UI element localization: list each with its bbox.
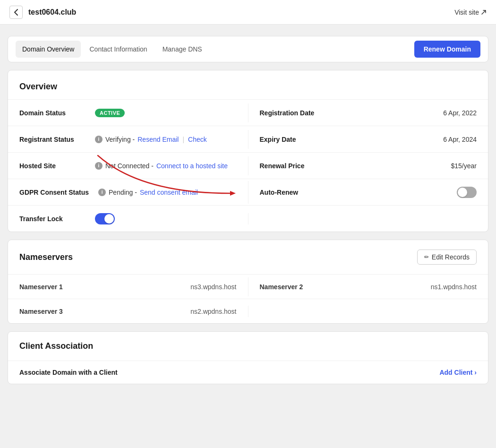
visit-site-link[interactable]: Visit site: [454, 9, 487, 16]
transfer-lock-toggle-knob: [104, 214, 114, 224]
overview-card: Overview Domain Status ACTIVE Registrati…: [8, 70, 488, 232]
col-registrant-status: Registrant Status i Verifying - Resend E…: [8, 130, 248, 149]
registrant-status-label: Registrant Status: [19, 136, 86, 143]
nameservers-header: Nameservers ✏ Edit Records: [8, 240, 488, 274]
edit-records-icon: ✏: [424, 254, 429, 260]
hosted-site-value: i Not Connected - Connect to a hosted si…: [95, 162, 237, 170]
registration-date-value: 6 Apr, 2022: [443, 109, 477, 117]
client-association-card: Client Association Associate Domain with…: [8, 331, 488, 384]
tab-manage-dns[interactable]: Manage DNS: [156, 41, 209, 58]
col-gdpr: GDPR Consent Status i Pending - Send con…: [8, 183, 248, 202]
add-client-link[interactable]: Add Client ›: [439, 369, 477, 376]
renewal-price-label: Renewal Price: [260, 162, 326, 170]
col-renewal-price: Renewal Price $15/year: [248, 156, 488, 175]
auto-renew-label: Auto-Renew: [260, 189, 326, 196]
hosted-site-label: Hosted Site: [19, 162, 86, 170]
row-domain-status: Domain Status ACTIVE Registration Date 6…: [8, 99, 488, 126]
edit-records-button[interactable]: ✏ Edit Records: [417, 250, 477, 265]
row-transfer-lock: Transfer Lock: [8, 205, 488, 232]
tabs-left: Domain Overview Contact Information Mana…: [16, 36, 209, 62]
visit-site-label: Visit site: [454, 9, 479, 16]
col-transfer-lock: Transfer Lock: [8, 207, 248, 230]
check-link[interactable]: Check: [188, 136, 207, 143]
client-association-title: Client Association: [19, 341, 93, 351]
associate-domain-label: Associate Domain with a Client: [19, 369, 118, 376]
domain-status-value: ACTIVE: [95, 109, 237, 117]
nameservers-title: Nameservers: [19, 252, 73, 262]
pipe-separator: |: [182, 136, 184, 143]
gdpr-status-text: Pending -: [109, 189, 137, 196]
tab-domain-overview[interactable]: Domain Overview: [16, 41, 81, 58]
gdpr-value: i Pending - Send consent email: [98, 189, 236, 196]
row-hosted-site: Hosted Site i Not Connected - Connect to…: [8, 152, 488, 179]
col-auto-renew: Auto-Renew: [248, 181, 488, 204]
gdpr-info-icon: i: [98, 189, 106, 196]
nameservers-card: Nameservers ✏ Edit Records Nameserver 1 …: [8, 240, 488, 324]
tabs-bar: Domain Overview Contact Information Mana…: [8, 36, 488, 62]
connect-hosted-site-link[interactable]: Connect to a hosted site: [156, 162, 228, 170]
external-link-icon: [481, 9, 487, 15]
transfer-lock-toggle[interactable]: [95, 213, 115, 224]
resend-email-link[interactable]: Resend Email: [137, 136, 179, 143]
client-association-header: Client Association: [8, 332, 488, 361]
top-bar: test0604.club Visit site: [0, 0, 496, 25]
ns-col-3: Nameserver 3 ns2.wpdns.host: [8, 302, 248, 321]
auto-renew-toggle[interactable]: [457, 187, 477, 198]
ns1-label: Nameserver 1: [19, 283, 63, 291]
col-hosted-site: Hosted Site i Not Connected - Connect to…: [8, 156, 248, 175]
site-title: test0604.club: [28, 8, 76, 17]
expiry-date-value: 6 Apr, 2024: [443, 136, 477, 143]
ns1-value: ns3.wpdns.host: [190, 283, 236, 291]
expiry-date-label: Expiry Date: [260, 136, 326, 143]
page-content: Domain Overview Contact Information Mana…: [0, 25, 496, 403]
transfer-lock-label: Transfer Lock: [19, 215, 86, 223]
tab-contact-information[interactable]: Contact Information: [83, 41, 154, 58]
gdpr-label: GDPR Consent Status: [19, 189, 89, 196]
ns2-label: Nameserver 2: [260, 283, 303, 291]
registrant-status-text: Verifying -: [105, 136, 135, 143]
edit-records-label: Edit Records: [432, 253, 470, 261]
send-consent-email-link[interactable]: Send consent email: [140, 189, 198, 196]
registrant-info-icon: i: [95, 136, 103, 143]
row-registrant-status: Registrant Status i Verifying - Resend E…: [8, 126, 488, 152]
auto-renew-toggle-knob: [458, 188, 467, 197]
renewal-price-value: $15/year: [451, 162, 477, 170]
hosted-site-text: Not Connected -: [105, 162, 154, 170]
col-transfer-lock-right: [248, 213, 488, 224]
col-registration-date: Registration Date 6 Apr, 2022: [248, 103, 488, 122]
ns-row-1: Nameserver 1 ns3.wpdns.host Nameserver 2…: [8, 274, 488, 299]
ns-col-1: Nameserver 1 ns3.wpdns.host: [8, 277, 248, 296]
renew-domain-button[interactable]: Renew Domain: [414, 41, 480, 58]
client-assoc-row: Associate Domain with a Client Add Clien…: [8, 361, 488, 384]
domain-status-label: Domain Status: [19, 109, 86, 117]
row-gdpr: GDPR Consent Status i Pending - Send con…: [8, 179, 488, 205]
ns3-label: Nameserver 3: [19, 308, 63, 315]
ns2-value: ns1.wpdns.host: [431, 283, 477, 291]
col-expiry-date: Expiry Date 6 Apr, 2024: [248, 130, 488, 149]
registration-date-label: Registration Date: [260, 109, 326, 117]
overview-title: Overview: [8, 70, 488, 99]
ns3-value: ns2.wpdns.host: [190, 308, 236, 315]
hosted-site-info-icon: i: [95, 162, 103, 170]
top-bar-left: test0604.club: [9, 6, 76, 19]
back-button[interactable]: [9, 6, 23, 19]
active-badge: ACTIVE: [95, 109, 125, 117]
ns-col-2: Nameserver 2 ns1.wpdns.host: [248, 277, 488, 296]
ns-col-4: [248, 306, 488, 317]
transfer-lock-value: [95, 213, 237, 224]
col-domain-status: Domain Status ACTIVE: [8, 103, 248, 123]
ns-row-2: Nameserver 3 ns2.wpdns.host: [8, 299, 488, 323]
registrant-status-value: i Verifying - Resend Email | Check: [95, 136, 237, 143]
